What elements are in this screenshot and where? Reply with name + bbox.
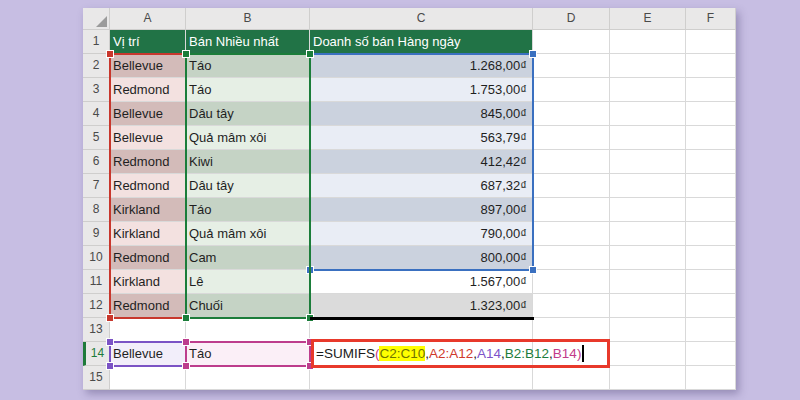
cell-F14[interactable] xyxy=(686,342,736,366)
cell-F6[interactable] xyxy=(686,150,736,174)
column-header-F[interactable]: F xyxy=(686,8,736,30)
cell-F10[interactable] xyxy=(686,246,736,270)
cell-D2[interactable] xyxy=(533,54,610,78)
cell-A1[interactable]: Vị trí xyxy=(110,30,186,54)
cell-D12[interactable] xyxy=(533,294,610,318)
row-header-3[interactable]: 3 xyxy=(83,78,110,102)
cell-B2[interactable]: Táo xyxy=(186,54,310,78)
cell-B8[interactable]: Táo xyxy=(186,198,310,222)
cell-F1[interactable] xyxy=(686,30,736,54)
cell-C7[interactable]: 687,32₫ xyxy=(310,174,533,198)
cell-A6[interactable]: Redmond xyxy=(110,150,186,174)
cell-E9[interactable] xyxy=(610,222,686,246)
cell-F11[interactable] xyxy=(686,270,736,294)
row-header-12[interactable]: 12 xyxy=(83,294,110,318)
cell-A12[interactable]: Redmond xyxy=(110,294,186,318)
row-header-10[interactable]: 10 xyxy=(83,246,110,270)
row-header-13[interactable]: 13 xyxy=(83,318,110,342)
cell-E3[interactable] xyxy=(610,78,686,102)
cell-C13[interactable] xyxy=(310,318,533,342)
cell-B4[interactable]: Dâu tây xyxy=(186,102,310,126)
column-header-E[interactable]: E xyxy=(610,8,686,30)
cell-D8[interactable] xyxy=(533,198,610,222)
cell-B9[interactable]: Quả mâm xôi xyxy=(186,222,310,246)
cell-C5[interactable]: 563,79₫ xyxy=(310,126,533,150)
formula-input-c14[interactable]: =SUMIFS(C2:C10,A2:A12,A14,B2:B12,B14) xyxy=(316,342,584,365)
cell-D7[interactable] xyxy=(533,174,610,198)
cell-F4[interactable] xyxy=(686,102,736,126)
cell-A13[interactable] xyxy=(110,318,186,342)
cell-A10[interactable]: Redmond xyxy=(110,246,186,270)
row-header-11[interactable]: 11 xyxy=(83,270,110,294)
cell-D5[interactable] xyxy=(533,126,610,150)
cell-D3[interactable] xyxy=(533,78,610,102)
cell-D13[interactable] xyxy=(533,318,610,342)
row-header-4[interactable]: 4 xyxy=(83,102,110,126)
cell-C8[interactable]: 897,00₫ xyxy=(310,198,533,222)
cell-F15[interactable] xyxy=(686,366,736,390)
cell-C2[interactable]: 1.268,00₫ xyxy=(310,54,533,78)
cell-C12[interactable]: 1.323,00₫ xyxy=(310,294,533,318)
cell-D11[interactable] xyxy=(533,270,610,294)
cell-C4[interactable]: 845,00₫ xyxy=(310,102,533,126)
cell-B15[interactable] xyxy=(186,366,310,390)
cell-C6[interactable]: 412,42₫ xyxy=(310,150,533,174)
cell-E1[interactable] xyxy=(610,30,686,54)
cell-A4[interactable]: Bellevue xyxy=(110,102,186,126)
cell-D10[interactable] xyxy=(533,246,610,270)
row-header-2[interactable]: 2 xyxy=(83,54,110,78)
cell-E14[interactable] xyxy=(610,342,686,366)
cell-B1[interactable]: Bán Nhiều nhất xyxy=(186,30,310,54)
select-all-button[interactable] xyxy=(83,8,110,30)
cell-F12[interactable] xyxy=(686,294,736,318)
cell-A15[interactable] xyxy=(110,366,186,390)
cell-C3[interactable]: 1.753,00₫ xyxy=(310,78,533,102)
column-header-C[interactable]: C xyxy=(310,8,533,30)
cell-D15[interactable] xyxy=(533,366,610,390)
row-header-5[interactable]: 5 xyxy=(83,126,110,150)
column-header-B[interactable]: B xyxy=(186,8,310,30)
cell-B12[interactable]: Chuối xyxy=(186,294,310,318)
row-header-1[interactable]: 1 xyxy=(83,30,110,54)
row-header-8[interactable]: 8 xyxy=(83,198,110,222)
cell-E11[interactable] xyxy=(610,270,686,294)
cell-C1[interactable]: Doanh số bán Hàng ngày xyxy=(310,30,533,54)
cell-E15[interactable] xyxy=(610,366,686,390)
cell-B6[interactable]: Kiwi xyxy=(186,150,310,174)
row-header-15[interactable]: 15 xyxy=(83,366,110,390)
cell-D4[interactable] xyxy=(533,102,610,126)
cell-C11[interactable]: 1.567,00₫ xyxy=(310,270,533,294)
cell-D6[interactable] xyxy=(533,150,610,174)
cell-E8[interactable] xyxy=(610,198,686,222)
cell-E7[interactable] xyxy=(610,174,686,198)
column-header-D[interactable]: D xyxy=(533,8,610,30)
cell-A3[interactable]: Redmond xyxy=(110,78,186,102)
cell-A2[interactable]: Bellevue xyxy=(110,54,186,78)
cell-F8[interactable] xyxy=(686,198,736,222)
cell-E13[interactable] xyxy=(610,318,686,342)
cell-B10[interactable]: Cam xyxy=(186,246,310,270)
cell-B11[interactable]: Lê xyxy=(186,270,310,294)
cell-C9[interactable]: 790,00₫ xyxy=(310,222,533,246)
cell-B5[interactable]: Quả mâm xôi xyxy=(186,126,310,150)
cell-E2[interactable] xyxy=(610,54,686,78)
cell-F7[interactable] xyxy=(686,174,736,198)
cell-A8[interactable]: Kirkland xyxy=(110,198,186,222)
cell-E4[interactable] xyxy=(610,102,686,126)
cell-A5[interactable]: Bellevue xyxy=(110,126,186,150)
cell-C10[interactable]: 800,00₫ xyxy=(310,246,533,270)
cell-C15[interactable] xyxy=(310,366,533,390)
cell-E6[interactable] xyxy=(610,150,686,174)
cell-F9[interactable] xyxy=(686,222,736,246)
cell-A11[interactable]: Kirkland xyxy=(110,270,186,294)
column-header-A[interactable]: A xyxy=(110,8,186,30)
cell-B3[interactable]: Táo xyxy=(186,78,310,102)
cell-E12[interactable] xyxy=(610,294,686,318)
cell-D9[interactable] xyxy=(533,222,610,246)
cell-E10[interactable] xyxy=(610,246,686,270)
cell-F3[interactable] xyxy=(686,78,736,102)
cell-F2[interactable] xyxy=(686,54,736,78)
cell-F13[interactable] xyxy=(686,318,736,342)
row-header-14[interactable]: 14 xyxy=(83,342,110,366)
cell-B14[interactable]: Táo xyxy=(186,342,310,366)
